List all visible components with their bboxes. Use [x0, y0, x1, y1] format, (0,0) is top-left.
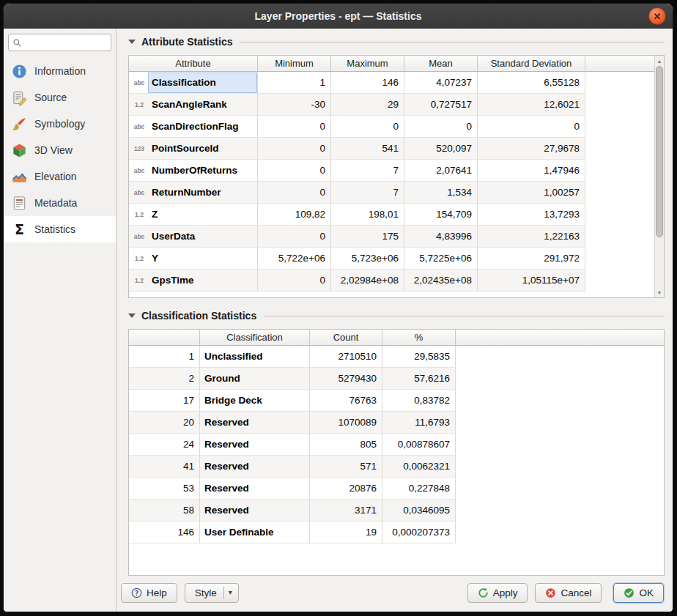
sidebar-item-3d-view[interactable]: 3D View — [4, 137, 116, 163]
count-cell[interactable]: 805 — [310, 434, 382, 456]
classification-name-cell[interactable]: Reserved — [200, 500, 310, 522]
titlebar[interactable]: Layer Properties - ept — Statistics ✕ — [4, 4, 673, 29]
percent-cell[interactable]: 0,0062321 — [382, 456, 456, 478]
std-deviation-cell[interactable]: 1,22163 — [478, 226, 585, 248]
column-header-maximum[interactable]: Maximum — [331, 56, 404, 72]
mean-cell[interactable]: 154,709 — [404, 204, 478, 226]
classification-name-cell[interactable]: Reserved — [200, 412, 310, 434]
apply-button[interactable]: Apply — [467, 583, 528, 603]
sidebar-item-symbology[interactable]: Symbology — [4, 111, 116, 137]
attribute-statistics-group-header[interactable]: Attribute Statistics — [128, 36, 665, 48]
std-deviation-cell[interactable]: 27,9678 — [478, 138, 585, 160]
std-deviation-cell[interactable]: 291,972 — [478, 248, 585, 270]
classification-name-cell[interactable]: User Definable — [200, 522, 310, 543]
scrollbar-thumb[interactable] — [656, 66, 663, 237]
maximum-cell[interactable]: 198,01 — [331, 204, 404, 226]
style-button[interactable]: Style ▾ — [185, 583, 239, 603]
mean-cell[interactable]: 2,02435e+08 — [404, 270, 478, 292]
attribute-name-cell[interactable]: 1.2GpsTime — [129, 270, 258, 292]
classification-code-cell[interactable]: 53 — [129, 478, 200, 500]
classification-name-cell[interactable]: Reserved — [200, 434, 310, 456]
classification-name-cell[interactable]: Ground — [200, 368, 310, 390]
attribute-name-cell[interactable]: abcScanDirectionFlag — [129, 116, 258, 138]
help-button[interactable]: ? Help — [121, 583, 177, 603]
attribute-name-cell[interactable]: abcReturnNumber — [129, 182, 258, 204]
ok-button[interactable]: OK — [613, 583, 664, 603]
percent-cell[interactable]: 0,0346095 — [382, 500, 456, 522]
std-deviation-cell[interactable]: 1,05115e+07 — [478, 270, 585, 292]
column-header-percent[interactable]: % — [382, 330, 456, 346]
attribute-name-cell[interactable]: abcNumberOfReturns — [129, 160, 258, 182]
mean-cell[interactable]: 1,534 — [404, 182, 478, 204]
classification-code-cell[interactable]: 41 — [129, 456, 200, 478]
mean-cell[interactable]: 520,097 — [404, 138, 478, 160]
std-deviation-cell[interactable]: 0 — [478, 116, 585, 138]
column-header-code[interactable] — [129, 330, 200, 346]
minimum-cell[interactable]: 0 — [258, 116, 331, 138]
mean-cell[interactable]: 4,07237 — [404, 72, 478, 94]
attribute-name-cell[interactable]: abcClassification — [129, 72, 258, 94]
minimum-cell[interactable]: 5,722e+06 — [258, 248, 331, 270]
maximum-cell[interactable]: 7 — [331, 182, 404, 204]
maximum-cell[interactable]: 0 — [331, 116, 404, 138]
classification-code-cell[interactable]: 20 — [129, 412, 200, 434]
attribute-name-cell[interactable]: 123PointSourceId — [129, 138, 258, 160]
classification-name-cell[interactable]: Unclassified — [200, 346, 310, 368]
column-header-minimum[interactable]: Minimum — [258, 56, 331, 72]
maximum-cell[interactable]: 7 — [331, 160, 404, 182]
percent-cell[interactable]: 0,00878607 — [382, 434, 456, 456]
minimum-cell[interactable]: 0 — [258, 138, 331, 160]
std-deviation-cell[interactable]: 1,47946 — [478, 160, 585, 182]
attribute-name-cell[interactable]: abcUserData — [129, 226, 258, 248]
scroll-up-icon[interactable]: ▲ — [655, 56, 664, 65]
column-header-classification[interactable]: Classification — [200, 330, 310, 346]
maximum-cell[interactable]: 146 — [331, 72, 404, 94]
minimum-cell[interactable]: 0 — [258, 226, 331, 248]
percent-cell[interactable]: 29,5835 — [382, 346, 456, 368]
classification-code-cell[interactable]: 1 — [129, 346, 200, 368]
classification-code-cell[interactable]: 58 — [129, 500, 200, 522]
column-header-count[interactable]: Count — [310, 330, 382, 346]
maximum-cell[interactable]: 175 — [331, 226, 404, 248]
maximum-cell[interactable]: 541 — [331, 138, 404, 160]
classification-code-cell[interactable]: 146 — [129, 522, 200, 543]
maximum-cell[interactable]: 29 — [331, 94, 404, 116]
sidebar-item-metadata[interactable]: Metadata — [4, 190, 116, 216]
count-cell[interactable]: 76763 — [310, 390, 382, 412]
mean-cell[interactable]: 2,07641 — [404, 160, 478, 182]
std-deviation-cell[interactable]: 12,6021 — [478, 94, 585, 116]
std-deviation-cell[interactable]: 13,7293 — [478, 204, 585, 226]
classification-code-cell[interactable]: 24 — [129, 434, 200, 456]
minimum-cell[interactable]: 109,82 — [258, 204, 331, 226]
std-deviation-cell[interactable]: 1,00257 — [478, 182, 585, 204]
percent-cell[interactable]: 57,6216 — [382, 368, 456, 390]
mean-cell[interactable]: 4,83996 — [404, 226, 478, 248]
count-cell[interactable]: 19 — [310, 522, 382, 543]
classification-name-cell[interactable]: Reserved — [200, 456, 310, 478]
maximum-cell[interactable]: 2,02984e+08 — [331, 270, 404, 292]
sidebar-item-statistics[interactable]: ΣStatistics — [4, 216, 116, 242]
classification-code-cell[interactable]: 17 — [129, 390, 200, 412]
mean-cell[interactable]: 5,7225e+06 — [404, 248, 478, 270]
count-cell[interactable]: 571 — [310, 456, 382, 478]
percent-cell[interactable]: 0,227848 — [382, 478, 456, 500]
std-deviation-cell[interactable]: 6,55128 — [478, 72, 585, 94]
minimum-cell[interactable]: 1 — [258, 72, 331, 94]
count-cell[interactable]: 20876 — [310, 478, 382, 500]
count-cell[interactable]: 5279430 — [310, 368, 382, 390]
attribute-name-cell[interactable]: 1.2Y — [129, 248, 258, 270]
column-header-attribute[interactable]: Attribute — [129, 56, 258, 72]
column-header-std-deviation[interactable]: Standard Deviation — [478, 56, 585, 72]
classification-statistics-group-header[interactable]: Classification Statistics — [128, 310, 665, 322]
percent-cell[interactable]: 0,000207373 — [382, 522, 456, 543]
percent-cell[interactable]: 0,83782 — [382, 390, 456, 412]
count-cell[interactable]: 3171 — [310, 500, 382, 522]
mean-cell[interactable]: 0 — [404, 116, 478, 138]
sidebar-item-source[interactable]: Source — [4, 84, 116, 111]
percent-cell[interactable]: 11,6793 — [382, 412, 456, 434]
attribute-name-cell[interactable]: 1.2Z — [129, 204, 258, 226]
sidebar-item-information[interactable]: Information — [4, 58, 116, 84]
minimum-cell[interactable]: 0 — [258, 270, 331, 292]
column-header-mean[interactable]: Mean — [404, 56, 478, 72]
count-cell[interactable]: 2710510 — [310, 346, 382, 368]
